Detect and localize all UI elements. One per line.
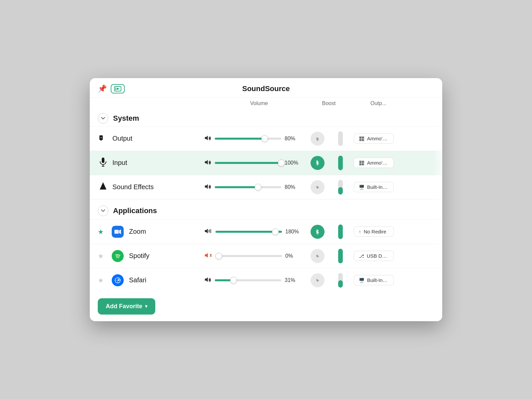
sound-effects-boost-fill (338, 187, 343, 195)
zoom-row: ★ Zoom (90, 219, 442, 244)
zoom-row-right: 180% ↑ No Redire (204, 224, 434, 239)
zoom-vol-icon (204, 228, 212, 235)
safari-label: Safari (129, 276, 146, 284)
svg-point-4 (100, 139, 102, 141)
zoom-label: Zoom (129, 228, 146, 235)
spotify-vol-icon (204, 253, 212, 259)
zoom-volume-control: 180% (204, 228, 311, 235)
zoom-star-icon[interactable]: ★ (98, 228, 104, 236)
input-slider-track[interactable] (215, 162, 281, 164)
sound-effects-row-right: 80% 🖥️ Built-In Sp (204, 180, 434, 195)
output-row: Output 80% � (90, 126, 442, 151)
applications-section-header: Applications (90, 199, 442, 219)
spotify-star-icon[interactable]: ★ (98, 252, 104, 260)
boost-header: Boost (307, 100, 350, 106)
output-vol-icon (204, 135, 211, 142)
input-device-pill[interactable]: 🎛️ Ammo's A (354, 158, 394, 168)
input-device-text: Ammo's A (367, 160, 389, 166)
spotify-device-icon: ⎇ (359, 253, 364, 259)
spotify-label: Spotify (129, 252, 149, 260)
svg-marker-11 (119, 229, 121, 234)
pin-icon[interactable]: 📌 (98, 84, 107, 93)
svg-rect-10 (114, 230, 119, 234)
input-boost-fill (338, 156, 343, 170)
volume-header: Volume (204, 100, 307, 106)
spotify-vol-pct: 0% (285, 253, 301, 259)
spotify-row: ★ Spotify (90, 244, 442, 268)
input-volume-control: 100% (204, 160, 311, 166)
sound-effects-slider-fill (215, 186, 258, 188)
safari-boost-slider (338, 273, 343, 288)
system-section-title: System (113, 114, 139, 123)
spotify-boost-fill (338, 249, 343, 263)
sound-effects-device-text: Built-In Sp (367, 184, 389, 190)
safari-star-icon[interactable]: ★ (98, 276, 104, 284)
media-controls-icon[interactable] (111, 84, 125, 93)
input-device-icon: 🎛️ (359, 160, 364, 166)
input-row-left: Input (98, 157, 204, 169)
safari-app-icon (112, 274, 124, 286)
spotify-slider-track[interactable] (215, 255, 282, 257)
sound-effects-device-pill[interactable]: 🖥️ Built-In Sp (354, 182, 394, 192)
system-collapse-btn[interactable] (98, 113, 108, 124)
safari-row-right: 31% 🖥️ Built-In Sp (204, 273, 434, 288)
zoom-boost-fill (338, 224, 343, 239)
safari-slider-track[interactable] (215, 279, 281, 281)
output-boost-area (311, 131, 354, 146)
sound-effects-icon (98, 182, 108, 193)
sound-effects-volume-control: 80% (204, 184, 311, 191)
output-slider-fill (215, 138, 265, 140)
svg-point-5 (101, 137, 102, 138)
spotify-slider-thumb[interactable] (215, 253, 222, 259)
safari-vol-icon (204, 277, 211, 284)
safari-boost-btn[interactable] (311, 273, 325, 287)
spotify-boost-btn[interactable] (311, 249, 325, 263)
spotify-boost-area (311, 249, 354, 263)
sound-effects-vol-pct: 80% (285, 184, 301, 190)
sound-effects-boost-btn[interactable] (311, 180, 325, 194)
input-boost-btn[interactable] (311, 156, 325, 170)
title-bar: 📌 SoundSource (90, 78, 442, 98)
sound-effects-device-icon: 🖥️ (359, 185, 364, 190)
output-slider-thumb[interactable] (261, 135, 268, 142)
safari-row: ★ Safari 31% (90, 268, 442, 292)
input-row: Input 100% (90, 151, 442, 175)
zoom-device-pill[interactable]: ↑ No Redire (354, 226, 394, 237)
safari-slider-thumb[interactable] (230, 277, 237, 284)
svg-marker-1 (117, 87, 119, 90)
spotify-row-left: ★ Spotify (98, 250, 204, 262)
applications-collapse-btn[interactable] (98, 205, 108, 216)
zoom-device-icon: ↑ (359, 229, 361, 234)
output-row-left: Output (98, 133, 204, 145)
spotify-app-icon (112, 250, 124, 262)
applications-section-title: Applications (113, 206, 157, 215)
spotify-row-right: 0% ⎇ USB Devic (204, 249, 434, 263)
output-boost-btn[interactable] (311, 132, 325, 146)
input-vol-icon (204, 160, 211, 166)
add-favorite-label: Add Favorite (106, 303, 142, 310)
sound-effects-slider-track[interactable] (215, 186, 281, 188)
sound-effects-boost-area (311, 180, 354, 195)
safari-volume-control: 31% (204, 277, 311, 284)
system-section-header: System (90, 108, 442, 126)
zoom-boost-btn[interactable] (311, 225, 325, 239)
output-slider-track[interactable] (215, 138, 281, 140)
output-device-pill[interactable]: 🎛️ Ammo's A (354, 133, 394, 144)
spotify-device-pill[interactable]: ⎇ USB Devic (354, 251, 394, 261)
input-slider-thumb[interactable] (278, 160, 285, 166)
safari-device-pill[interactable]: 🖥️ Built-In Sp (354, 275, 394, 285)
zoom-slider-track[interactable] (215, 231, 282, 233)
safari-device-text: Built-In Sp (367, 277, 389, 283)
input-label: Input (112, 159, 127, 167)
sound-effects-row: Sound Effects 80% (90, 175, 442, 199)
add-favorite-button[interactable]: Add Favorite ▾ (98, 298, 155, 315)
sound-effects-slider-thumb[interactable] (255, 184, 261, 191)
zoom-slider-thumb[interactable] (272, 228, 279, 235)
sound-effects-row-left: Sound Effects (98, 182, 204, 193)
title-bar-icons: 📌 (98, 84, 125, 93)
output-vol-pct: 80% (285, 136, 301, 142)
zoom-row-left: ★ Zoom (98, 226, 204, 238)
safari-row-left: ★ Safari (98, 274, 204, 286)
zoom-vol-pct: 180% (285, 229, 301, 235)
output-header: Outp... (370, 100, 386, 106)
